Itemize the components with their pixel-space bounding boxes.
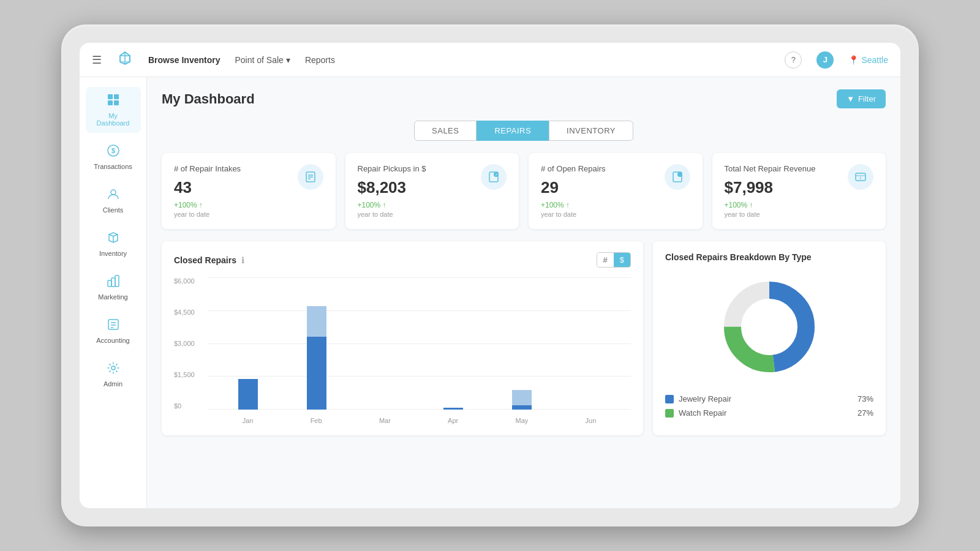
bar-jewelry [512, 405, 532, 410]
donut-chart-card: Closed Repairs Breakdown By Type [653, 241, 886, 435]
content-area: My Dashboard ▼ Filter SALES REPAIRS INVE… [147, 77, 900, 508]
sidebar-item-marketing[interactable]: Marketing [86, 268, 141, 307]
tablet-frame: ☰ Browse Inventory Point of Sale ▾ Repor… [61, 24, 919, 527]
x-label-mar: Mar [379, 417, 391, 424]
stat-icon-revenue: $ [848, 164, 873, 190]
legend-label-jewelry: Jewelry Repair [679, 394, 731, 403]
bar-jewelry [443, 408, 463, 410]
bar-group-may [512, 277, 532, 410]
stat-change-revenue: +100% ↑ [725, 201, 816, 209]
x-label-feb: Feb [311, 417, 322, 424]
sidebar-item-dashboard[interactable]: My Dashboard [86, 87, 141, 133]
nav-point-of-sale[interactable]: Point of Sale ▾ [235, 55, 290, 65]
marketing-icon [107, 274, 120, 291]
sidebar-admin-label: Admin [104, 380, 123, 388]
stat-value-intakes: 43 [174, 178, 241, 197]
bar-stack [238, 277, 258, 410]
svg-rect-3 [114, 100, 119, 105]
sidebar-item-admin[interactable]: Admin [86, 355, 141, 394]
y-axis-labels: $0 $1,500 $3,000 $4,500 $6,000 [174, 277, 195, 410]
stat-label-pickups: Repair Pickups in $ [358, 164, 426, 173]
stat-value-revenue: $7,998 [725, 178, 816, 197]
accounting-icon [107, 318, 120, 334]
bar-stack [581, 277, 600, 410]
sidebar-item-accounting[interactable]: Accounting [86, 312, 141, 350]
legend-label-watch: Watch Repair [679, 408, 726, 418]
svg-point-6 [111, 190, 116, 195]
nav-reports[interactable]: Reports [305, 55, 335, 65]
dashboard-icon [107, 93, 120, 110]
sidebar-item-inventory[interactable]: Inventory [86, 225, 141, 263]
svg-rect-2 [108, 100, 113, 105]
donut-svg [714, 272, 824, 382]
stat-icon-pickups: ↗ [481, 164, 507, 190]
bar-chart-area: $0 $1,500 $3,000 $4,500 $6,000 [174, 277, 631, 424]
admin-icon [107, 361, 120, 378]
bar-stack [375, 277, 395, 410]
chart-toggle: # $ [597, 252, 631, 268]
bar-stack [512, 277, 532, 410]
legend-dot-jewelry [665, 395, 674, 403]
sidebar-item-transactions[interactable]: $ Transactions [86, 138, 141, 176]
stat-ytd-open: year to date [541, 211, 606, 218]
stat-change-open: +100% ↑ [541, 201, 606, 209]
bar-watch [512, 390, 532, 405]
toggle-dollar-btn[interactable]: $ [614, 253, 630, 267]
tab-row: SALES REPAIRS INVENTORY [162, 121, 886, 141]
chart-header: Closed Repairs ℹ # $ [174, 252, 631, 268]
bar-jewelry [238, 379, 258, 410]
stat-value-pickups: $8,203 [358, 178, 426, 197]
stat-icon-open [665, 164, 690, 190]
svg-rect-7 [108, 280, 111, 287]
hamburger-icon[interactable]: ☰ [92, 53, 102, 67]
stat-ytd-intakes: year to date [174, 211, 241, 218]
location-selector[interactable]: 📍 Seattle [848, 55, 888, 65]
bottom-row: Closed Repairs ℹ # $ $0 $1,500 [162, 241, 886, 435]
x-label-apr: Apr [448, 417, 458, 424]
svg-text:$: $ [111, 147, 115, 154]
tablet-screen: ☰ Browse Inventory Point of Sale ▾ Repor… [80, 43, 900, 508]
toggle-count-btn[interactable]: # [597, 253, 614, 267]
x-label-jan: Jan [243, 417, 254, 424]
tab-inventory[interactable]: INVENTORY [549, 121, 633, 141]
dropdown-arrow-icon: ▾ [286, 55, 290, 65]
bar-stack [307, 277, 326, 410]
stat-label-revenue: Total Net Repair Revenue [725, 164, 816, 173]
svg-point-14 [111, 366, 115, 370]
bar-group-apr [443, 277, 463, 410]
sidebar-accounting-label: Accounting [96, 337, 129, 344]
info-icon[interactable]: ℹ [241, 255, 244, 265]
stat-change-intakes: +100% ↑ [174, 201, 241, 209]
inventory-icon [107, 231, 120, 247]
legend-item-jewelry: Jewelry Repair 73% [665, 394, 873, 403]
clients-icon [107, 187, 120, 204]
help-button[interactable]: ? [785, 51, 802, 69]
stat-ytd-revenue: year to date [725, 211, 816, 218]
legend-item-watch: Watch Repair 27% [665, 408, 873, 418]
legend-pct-watch: 27% [858, 408, 873, 418]
user-avatar[interactable]: J [816, 51, 834, 69]
x-axis-labels: JanFebMarAprMayJun [208, 414, 631, 424]
nav-browse-inventory[interactable]: Browse Inventory [148, 55, 220, 65]
stat-icon-intakes [298, 164, 323, 190]
tab-sales[interactable]: SALES [414, 121, 477, 141]
filter-button[interactable]: ▼ Filter [837, 89, 886, 108]
stat-card-pickups: Repair Pickups in $ $8,203 +100% ↑ year … [345, 153, 519, 229]
sidebar: My Dashboard $ Transactions [80, 77, 147, 508]
stat-value-open: 29 [541, 178, 606, 197]
bar-group-feb [307, 277, 326, 410]
legend-dot-watch [665, 409, 674, 418]
svg-rect-9 [115, 276, 119, 287]
tab-repairs[interactable]: REPAIRS [477, 121, 549, 141]
chart-title: Closed Repairs [174, 255, 236, 265]
closed-repairs-chart-card: Closed Repairs ℹ # $ $0 $1,500 [162, 241, 643, 435]
stat-card-intakes: # of Repair Intakes 43 +100% ↑ year to d… [162, 153, 336, 229]
svg-text:$: $ [860, 176, 862, 180]
sidebar-item-clients[interactable]: Clients [86, 181, 141, 220]
top-nav: ☰ Browse Inventory Point of Sale ▾ Repor… [80, 43, 900, 77]
page-header: My Dashboard ▼ Filter [162, 89, 886, 108]
sidebar-transactions-label: Transactions [94, 163, 132, 170]
stat-label-open: # of Open Repairs [541, 164, 606, 173]
stat-label-intakes: # of Repair Intakes [174, 164, 241, 173]
sidebar-inventory-label: Inventory [99, 250, 127, 257]
